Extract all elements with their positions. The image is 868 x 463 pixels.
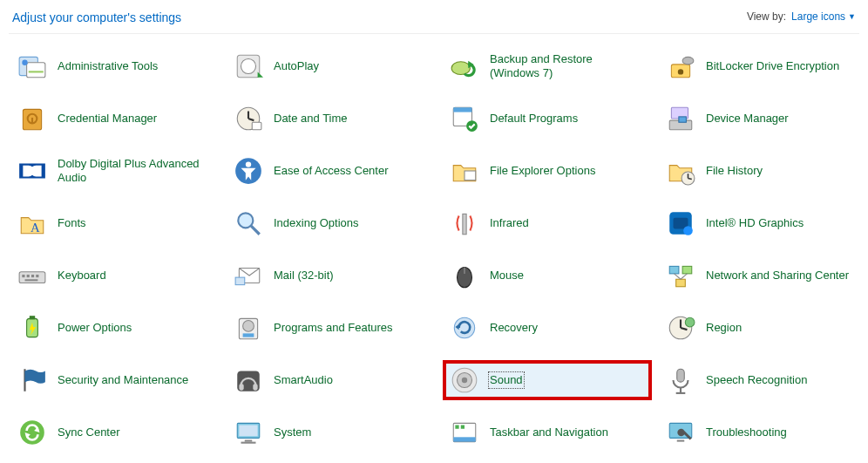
cpl-item-admin-tools[interactable]: Administrative Tools	[10, 46, 220, 86]
cpl-item-label: Indexing Options	[274, 216, 359, 230]
cpl-item-bitlocker[interactable]: BitLocker Drive Encryption	[659, 46, 868, 86]
mail-icon	[234, 261, 263, 290]
view-by-label: View by:	[747, 10, 786, 23]
cpl-item-label: Dolby Digital Plus Advanced Audio	[58, 157, 213, 186]
dolby-icon	[17, 156, 47, 186]
cpl-item-dolby[interactable]: Dolby Digital Plus Advanced Audio	[10, 151, 220, 191]
mouse-icon	[450, 261, 479, 290]
page-title: Adjust your computer's settings	[12, 10, 181, 24]
backup-restore-icon	[450, 51, 479, 81]
cpl-item-label: Region	[706, 321, 742, 335]
cpl-item-label: File History	[706, 164, 763, 178]
fonts-icon	[17, 208, 47, 238]
cpl-item-label: Recovery	[490, 321, 538, 335]
cpl-item-infrared[interactable]: Infrared	[443, 203, 652, 243]
cpl-item-label: Sync Center	[58, 426, 120, 439]
cpl-item-label: Sound	[490, 373, 523, 387]
cpl-item-label: Default Programs	[490, 112, 578, 126]
headphones-icon	[234, 365, 263, 395]
vault-icon	[17, 104, 47, 133]
cpl-item-date-time[interactable]: Date and Time	[227, 99, 436, 139]
file-history-icon	[666, 156, 695, 186]
infrared-icon	[450, 208, 479, 238]
cpl-item-file-explorer-opt[interactable]: File Explorer Options	[443, 151, 652, 191]
taskbar-icon	[450, 418, 479, 447]
programs-icon	[234, 313, 263, 343]
cpl-item-mail[interactable]: Mail (32-bit)	[227, 255, 436, 296]
cpl-item-label: Troubleshooting	[706, 426, 787, 439]
admin-tools-icon	[17, 51, 47, 81]
cpl-item-taskbar-nav[interactable]: Taskbar and Navigation	[443, 412, 652, 453]
cpl-item-backup-restore[interactable]: Backup and Restore (Windows 7)	[443, 46, 652, 86]
cpl-item-label: Mail (32-bit)	[274, 269, 334, 283]
microphone-icon	[666, 365, 695, 395]
cpl-item-label: Device Manager	[706, 112, 789, 126]
header: Adjust your computer's settings View by:…	[9, 7, 859, 34]
cpl-item-region[interactable]: Region	[659, 308, 868, 348]
cpl-item-default-programs[interactable]: Default Programs	[443, 99, 652, 139]
cpl-item-power-options[interactable]: Power Options	[10, 308, 220, 348]
power-icon	[17, 313, 47, 343]
sync-icon	[17, 418, 47, 447]
cpl-item-label: SmartAudio	[274, 373, 333, 387]
flag-icon	[17, 365, 47, 395]
system-icon	[234, 418, 263, 447]
recovery-icon	[450, 313, 479, 343]
cpl-item-label: Infrared	[490, 216, 529, 230]
bitlocker-icon	[666, 51, 695, 81]
cpl-item-label: Backup and Restore (Windows 7)	[490, 52, 645, 81]
default-programs-icon	[450, 104, 479, 133]
cpl-item-autoplay[interactable]: AutoPlay	[227, 46, 436, 86]
control-panel-grid: Administrative ToolsAutoPlayBackup and R…	[9, 46, 859, 463]
cpl-item-label: Programs and Features	[274, 321, 393, 335]
chevron-down-icon: ▼	[848, 12, 856, 21]
cpl-item-mouse[interactable]: Mouse	[443, 255, 652, 296]
cpl-item-recovery[interactable]: Recovery	[443, 308, 652, 348]
cpl-item-programs-features[interactable]: Programs and Features	[227, 308, 436, 348]
cpl-item-label: Credential Manager	[58, 112, 157, 126]
device-manager-icon	[666, 104, 695, 133]
cpl-item-ease-of-access[interactable]: Ease of Access Center	[227, 151, 436, 191]
cpl-item-label: Ease of Access Center	[274, 164, 389, 178]
view-by-dropdown[interactable]: Large icons ▼	[791, 10, 856, 23]
cpl-item-keyboard[interactable]: Keyboard	[10, 255, 220, 296]
cpl-item-network-sharing[interactable]: Network and Sharing Center	[659, 255, 868, 296]
cpl-item-label: Speech Recognition	[706, 373, 807, 387]
view-by-mode: Large icons	[791, 10, 845, 23]
keyboard-icon	[17, 261, 47, 290]
cpl-item-indexing[interactable]: Indexing Options	[227, 203, 436, 243]
cpl-item-speech[interactable]: Speech Recognition	[659, 360, 868, 400]
cpl-item-sound[interactable]: Sound	[443, 360, 652, 400]
folder-options-icon	[450, 156, 479, 186]
cpl-item-fonts[interactable]: Fonts	[10, 203, 220, 243]
cpl-item-label: File Explorer Options	[490, 164, 595, 178]
cpl-item-label: Power Options	[58, 321, 132, 335]
cpl-item-label: Fonts	[58, 216, 86, 230]
speaker-icon	[450, 365, 479, 395]
cpl-item-label: AutoPlay	[274, 59, 319, 73]
autoplay-icon	[234, 51, 263, 81]
cpl-item-device-manager[interactable]: Device Manager	[659, 99, 868, 139]
cpl-item-smartaudio[interactable]: SmartAudio	[227, 360, 436, 400]
cpl-item-intel-hd[interactable]: Intel® HD Graphics	[659, 203, 868, 243]
cpl-item-troubleshooting[interactable]: Troubleshooting	[659, 412, 868, 453]
intel-icon	[666, 208, 695, 238]
cpl-item-label: Mouse	[490, 269, 524, 283]
region-icon	[666, 313, 695, 343]
network-icon	[666, 261, 695, 290]
cpl-item-label: Intel® HD Graphics	[706, 216, 804, 230]
cpl-item-label: Date and Time	[274, 112, 348, 126]
cpl-item-file-history[interactable]: File History	[659, 151, 868, 191]
cpl-item-credential-mgr[interactable]: Credential Manager	[10, 99, 220, 139]
cpl-item-label: Network and Sharing Center	[706, 269, 849, 283]
cpl-item-system[interactable]: System	[227, 412, 436, 453]
troubleshooting-icon	[666, 418, 695, 447]
cpl-item-label: Administrative Tools	[58, 59, 158, 73]
clock-icon	[234, 104, 263, 133]
ease-of-access-icon	[234, 156, 263, 186]
view-by-control: View by: Large icons ▼	[747, 10, 856, 23]
cpl-item-label: Keyboard	[58, 269, 106, 283]
cpl-item-sync-center[interactable]: Sync Center	[10, 412, 220, 453]
cpl-item-label: System	[274, 426, 311, 439]
cpl-item-security-maint[interactable]: Security and Maintenance	[10, 360, 220, 400]
